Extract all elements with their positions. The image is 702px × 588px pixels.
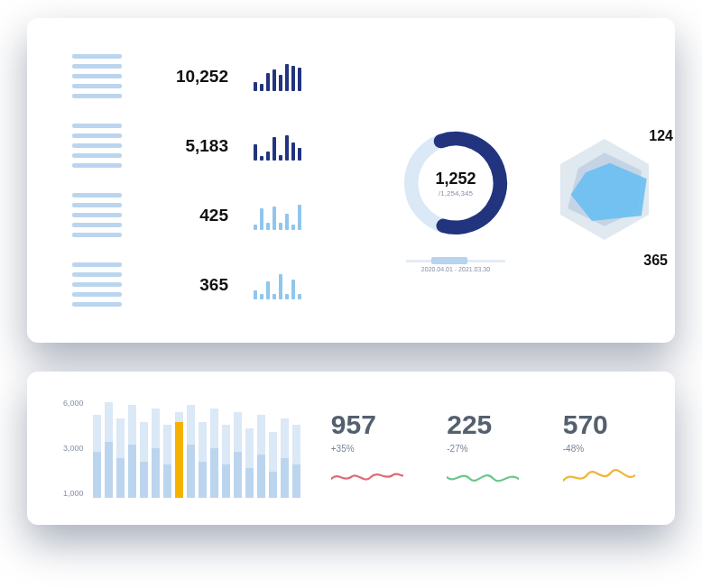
- placeholder-lines-icon: [72, 262, 122, 307]
- kpi-group: 957 +35% 225 -27% 570 -48%: [328, 409, 639, 488]
- sparkline-icon: [331, 463, 403, 488]
- mini-bar-chart: [254, 62, 301, 91]
- bar: [128, 399, 136, 498]
- kpi-delta: -27%: [447, 444, 519, 454]
- placeholder-lines-icon: [72, 54, 122, 98]
- donut-value: 1,252: [435, 170, 476, 188]
- main-bar-chart: 6,000 3,000 1,000: [63, 399, 300, 498]
- bar: [105, 399, 113, 498]
- y-axis-ticks: 6,000 3,000 1,000: [63, 399, 89, 498]
- bar: [163, 399, 171, 498]
- donut-chart: 1,252 /1,254,345: [397, 124, 514, 242]
- bottom-dashboard-card: 6,000 3,000 1,000 957 +35% 225 -27% 570 …: [27, 372, 675, 525]
- mini-bar-chart: [254, 132, 301, 161]
- bar: [210, 399, 218, 498]
- mini-bar-chart: [254, 201, 301, 230]
- kpi-delta: +35%: [331, 444, 403, 454]
- placeholder-lines-icon: [72, 193, 122, 237]
- y-tick: 3,000: [63, 444, 84, 453]
- top-right-area: 1,252 /1,254,345 2020.04.01 - 2021.03.30…: [397, 54, 677, 307]
- kpi-delta: -48%: [563, 444, 635, 454]
- kpi-card: 957 +35%: [331, 409, 403, 488]
- mini-bar-chart: [254, 271, 301, 299]
- placeholder-lines-icon: [72, 124, 122, 168]
- bar: [245, 399, 254, 498]
- kpi-value: 957: [331, 409, 403, 440]
- kpi-value: 570: [563, 409, 635, 440]
- bar: [140, 399, 148, 498]
- bar: [292, 399, 300, 498]
- bar: [222, 399, 230, 498]
- kpi-card: 225 -27%: [447, 409, 519, 488]
- bar: [187, 399, 195, 498]
- y-tick: 1,000: [63, 489, 84, 498]
- kpi-card: 570 -48%: [563, 409, 635, 488]
- radar-chart: 124 365: [541, 126, 677, 271]
- date-range-label: 2020.04.01 - 2021.03.30: [421, 266, 490, 272]
- radar-label-bottom: 365: [643, 253, 668, 269]
- bar: [116, 399, 125, 498]
- sparkline-icon: [447, 463, 519, 488]
- bar: [281, 399, 289, 498]
- bar: [257, 399, 265, 498]
- metric-row: 10,252: [72, 54, 370, 98]
- radar-label-top: 124: [649, 128, 673, 144]
- metric-value: 5,183: [147, 136, 228, 156]
- metric-row: 365: [72, 262, 370, 307]
- date-range-slider[interactable]: 2020.04.01 - 2021.03.30: [397, 260, 514, 272]
- metric-value: 425: [147, 206, 228, 225]
- metric-value: 365: [147, 275, 228, 295]
- donut-total: /1,254,345: [439, 189, 473, 198]
- top-dashboard-card: 10,252 5,183 425 365: [27, 18, 675, 343]
- donut-block: 1,252 /1,254,345 2020.04.01 - 2021.03.30: [397, 124, 514, 272]
- kpi-value: 225: [447, 409, 519, 440]
- metrics-column: 10,252 5,183 425 365: [72, 54, 370, 307]
- bar: [93, 399, 101, 498]
- bar: [269, 399, 277, 498]
- bar: [175, 399, 183, 498]
- y-tick: 6,000: [63, 399, 84, 408]
- bar: [234, 399, 242, 498]
- bar: [199, 399, 207, 498]
- metric-row: 425: [72, 193, 370, 237]
- metric-value: 10,252: [147, 67, 228, 87]
- sparkline-icon: [563, 463, 635, 488]
- metric-row: 5,183: [72, 124, 370, 168]
- bar: [152, 399, 160, 498]
